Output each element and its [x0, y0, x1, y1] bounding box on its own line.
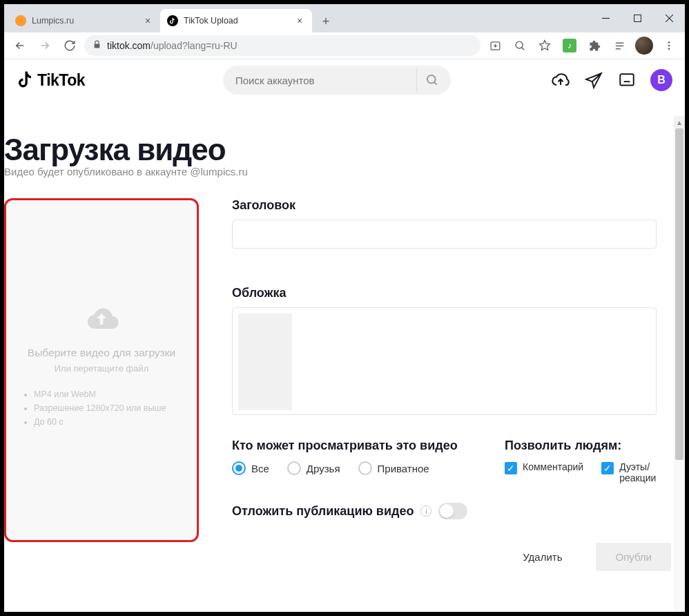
url-field[interactable]: tiktok.com/upload?lang=ru-RU	[84, 35, 481, 56]
page-content: TikTok B Загрузка видео Видео будет опуб…	[4, 59, 685, 612]
minimize-button[interactable]	[590, 7, 621, 30]
browser-address-bar: tiktok.com/upload?lang=ru-RU ♪	[4, 32, 685, 59]
privacy-option-all[interactable]: Все	[232, 461, 269, 475]
extensions-puzzle-icon[interactable]	[584, 35, 605, 56]
close-window-button[interactable]	[653, 7, 685, 30]
page-title: Загрузка видео	[4, 101, 671, 167]
upload-cloud-icon[interactable]	[551, 70, 570, 90]
upload-main-text: Выберите видео для загрузки	[28, 347, 175, 359]
checkbox-label: Комментарий	[523, 461, 583, 472]
url-text: tiktok.com/upload?lang=ru-RU	[107, 40, 237, 51]
reading-list-icon[interactable]	[609, 35, 630, 56]
checkbox-icon: ✓	[601, 462, 614, 474]
browser-tab-lumpics[interactable]: Lumpics.ru ×	[8, 9, 160, 32]
svg-point-8	[668, 48, 670, 50]
heading-label: Заголовок	[232, 198, 671, 213]
svg-point-9	[427, 75, 435, 84]
delete-button[interactable]: Удалить	[501, 543, 583, 571]
schedule-toggle[interactable]	[438, 503, 467, 519]
upload-hint: До 60 с	[34, 415, 166, 429]
page-subtitle: Видео будет опубликовано в аккаунте @lum…	[4, 166, 671, 177]
close-tab-icon[interactable]: ×	[294, 15, 305, 26]
forward-button[interactable]	[35, 35, 55, 56]
checkbox-icon: ✓	[505, 462, 517, 474]
browser-tab-tiktok[interactable]: TikTok Upload ×	[160, 9, 312, 32]
checkbox-label: Дуэты/ реакции	[619, 461, 656, 483]
upload-hints: MP4 или WebM Разрешение 1280x720 или выш…	[16, 387, 166, 429]
toggle-knob	[440, 504, 454, 518]
vertical-scrollbar[interactable]: ▲	[674, 116, 685, 612]
upload-hint: Разрешение 1280x720 или выше	[34, 401, 166, 415]
svg-rect-10	[620, 74, 634, 85]
schedule-label: Отложить публикацию видео	[232, 504, 414, 519]
allow-label: Позволить людям:	[505, 439, 671, 453]
radio-icon	[232, 461, 246, 475]
svg-point-6	[668, 41, 670, 44]
publish-button[interactable]: Опубли	[596, 543, 671, 571]
lumpics-favicon-icon	[15, 15, 26, 26]
upload-sub-text: Или перетащите файл	[55, 363, 149, 374]
privacy-option-friends[interactable]: Друзья	[287, 461, 340, 475]
lock-icon	[93, 40, 101, 51]
maximize-button[interactable]	[621, 7, 653, 30]
upload-cloud-icon	[84, 304, 119, 334]
svg-point-5	[516, 41, 523, 48]
scrollbar-thumb[interactable]	[675, 128, 683, 460]
tiktok-logo[interactable]: TikTok	[17, 70, 85, 90]
zoom-icon[interactable]	[510, 35, 530, 56]
cover-thumbnail[interactable]	[238, 314, 292, 410]
tiktok-logo-text: TikTok	[37, 71, 85, 90]
search-button[interactable]	[416, 68, 447, 92]
radio-label: Друзья	[307, 463, 340, 474]
user-avatar[interactable]: B	[650, 69, 672, 91]
privacy-option-private[interactable]: Приватное	[358, 461, 429, 475]
browser-titlebar: Lumpics.ru × TikTok Upload × +	[4, 4, 685, 32]
cover-selector[interactable]	[232, 307, 657, 415]
svg-rect-1	[634, 15, 641, 22]
radio-label: Все	[251, 463, 269, 474]
search-input[interactable]	[235, 75, 416, 86]
info-icon[interactable]: i	[420, 506, 431, 517]
radio-label: Приватное	[378, 463, 429, 474]
chrome-menu-icon[interactable]	[659, 35, 679, 56]
bookmark-star-icon[interactable]	[534, 35, 555, 56]
svg-point-7	[668, 45, 670, 47]
close-tab-icon[interactable]: ×	[142, 15, 153, 26]
new-tab-button[interactable]: +	[316, 12, 336, 31]
privacy-label: Кто может просматривать это видео	[232, 439, 477, 453]
video-title-input[interactable]	[232, 220, 657, 249]
profile-avatar[interactable]	[634, 35, 654, 56]
upload-dropzone[interactable]: Выберите видео для загрузки Или перетащи…	[4, 198, 199, 542]
upload-hint: MP4 или WebM	[34, 387, 166, 401]
inbox-icon[interactable]	[617, 70, 637, 90]
allow-comment-checkbox[interactable]: ✓ Комментарий	[505, 461, 583, 474]
radio-icon	[287, 461, 301, 475]
back-button[interactable]	[10, 35, 30, 56]
messages-icon[interactable]	[584, 70, 603, 90]
install-app-icon[interactable]	[485, 35, 505, 56]
tiktok-header: TikTok B	[4, 59, 685, 101]
tab-title: TikTok Upload	[184, 16, 294, 26]
radio-icon	[358, 461, 372, 475]
search-box[interactable]	[223, 66, 451, 95]
cover-label: Обложка	[232, 286, 671, 300]
extension-music-icon[interactable]: ♪	[559, 35, 580, 56]
tiktok-favicon-icon	[167, 15, 178, 26]
tab-title: Lumpics.ru	[32, 16, 142, 26]
allow-duets-checkbox[interactable]: ✓ Дуэты/ реакции	[601, 461, 656, 483]
scrollbar-up-icon[interactable]: ▲	[674, 116, 685, 128]
reload-button[interactable]	[59, 35, 80, 56]
